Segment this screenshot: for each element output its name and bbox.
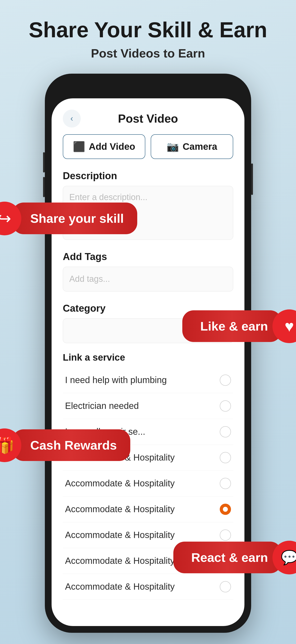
nav-title: Post Video <box>118 112 178 125</box>
radio-button[interactable] <box>220 400 231 412</box>
description-label: Description <box>63 170 233 182</box>
tags-input[interactable]: Add tags... <box>63 267 233 292</box>
page-title: Share Your Skill & Earn <box>0 18 296 42</box>
share-badge-text: Share your skill <box>30 211 124 226</box>
react-badge: 💬 React & earn <box>173 541 296 574</box>
cash-badge: 🎁 Cash Rewards <box>0 428 130 462</box>
service-item-text: Accommodate & Hospitality <box>65 478 175 488</box>
radio-button[interactable] <box>220 530 231 541</box>
radio-button[interactable] <box>220 504 231 515</box>
back-icon: ‹ <box>70 114 73 123</box>
radio-button[interactable] <box>220 478 231 489</box>
volume-down-button[interactable] <box>43 177 45 197</box>
camera-button[interactable]: 📷 Camera <box>151 134 233 159</box>
radio-button[interactable] <box>220 581 231 592</box>
camera-label: Camera <box>182 141 217 152</box>
service-item-text: Electrician needed <box>65 401 139 411</box>
radio-button[interactable] <box>220 452 231 463</box>
react-badge-text: React & earn <box>191 550 268 564</box>
service-item-text: Accommodate & Hospitality <box>65 530 175 540</box>
share-icon: ↪ <box>0 209 11 228</box>
tags-placeholder: Add tags... <box>69 274 110 284</box>
list-item[interactable]: Accommodate & Hospitality <box>63 574 233 600</box>
radio-button[interactable] <box>220 374 231 386</box>
list-item[interactable]: Accommodate & Hospitality <box>63 471 233 496</box>
cash-badge-text: Cash Rewards <box>30 438 117 452</box>
chat-icon: 💬 <box>281 550 296 566</box>
back-button[interactable]: ‹ <box>63 110 81 128</box>
service-item-text: Accommodate & Hospitality <box>65 582 175 592</box>
service-item-text: I need help with plumbing <box>65 375 167 385</box>
tags-label: Add Tags <box>63 251 233 262</box>
react-badge-pill: React & earn <box>173 542 282 573</box>
like-badge-pill: Like & earn <box>182 310 282 342</box>
phone-wrapper: ↪ Share your skill ♥ Like & earn 🎁 Cash … <box>0 74 296 633</box>
nav-bar: ‹ Post Video <box>63 105 233 134</box>
service-item-text: Accommodate & Hospitality <box>65 504 175 514</box>
list-item[interactable]: Accommodate & Hospitality <box>63 496 233 522</box>
volume-up-button[interactable] <box>43 152 45 172</box>
add-video-button[interactable]: ⬛ Add Video <box>63 134 145 159</box>
list-item[interactable]: Electrician needed <box>63 393 233 419</box>
power-button[interactable] <box>251 164 253 195</box>
action-buttons: ⬛ Add Video 📷 Camera <box>63 134 233 159</box>
page-header: Share Your Skill & Earn Post Videos to E… <box>0 0 296 60</box>
video-icon: ⬛ <box>73 141 85 152</box>
share-badge-pill: Share your skill <box>12 202 137 234</box>
heart-icon: ♥ <box>285 317 294 335</box>
link-service-label: Link a service <box>63 352 233 363</box>
camera-icon: 📷 <box>167 141 179 152</box>
share-badge: ↪ Share your skill <box>0 202 137 235</box>
list-item[interactable]: I need help with plumbing <box>63 367 233 393</box>
phone-content: ‹ Post Video ⬛ Add Video 📷 Camera <box>52 98 244 606</box>
gift-icon: 🎁 <box>0 436 14 454</box>
like-badge: ♥ Like & earn <box>182 310 296 343</box>
add-video-label: Add Video <box>89 141 135 152</box>
page-subtitle: Post Videos to Earn <box>0 46 296 60</box>
phone-notch <box>117 80 179 94</box>
service-item-text: Accommodate & Hospitality <box>65 556 175 566</box>
radio-button[interactable] <box>220 426 231 438</box>
cash-badge-pill: Cash Rewards <box>12 429 130 461</box>
like-badge-text: Like & earn <box>200 319 268 333</box>
description-placeholder: Enter a description... <box>69 192 227 202</box>
